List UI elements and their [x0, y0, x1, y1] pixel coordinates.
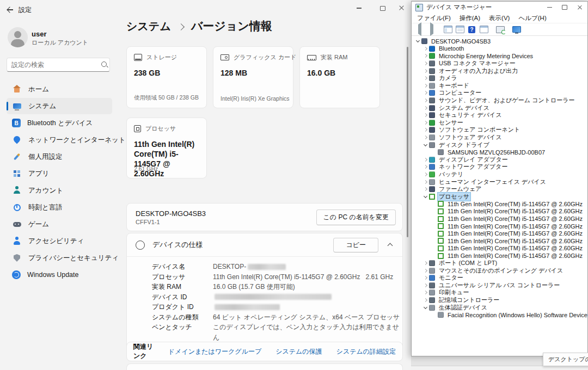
toolbar-button[interactable] — [442, 24, 454, 35]
sidebar-item[interactable]: システム — [7, 98, 112, 114]
tree-item[interactable]: ヒューマン インターフェイス デバイス — [412, 178, 587, 186]
toolbar-button[interactable] — [454, 24, 465, 35]
toolbar-button[interactable] — [494, 24, 506, 35]
menu-item[interactable]: ヘルプ(H) — [514, 14, 550, 22]
toolbar-button[interactable] — [511, 24, 522, 35]
menu-item[interactable]: ファイル(F) — [413, 14, 455, 22]
tree-item[interactable]: カメラ — [412, 75, 587, 82]
back-icon[interactable] — [7, 6, 14, 14]
tree-item[interactable]: Bluetooth — [412, 45, 587, 53]
tree-item[interactable]: ソフトウェア コンポーネント — [412, 126, 587, 134]
tree-item[interactable]: Facial Recognition (Windows Hello) Softw… — [412, 311, 587, 319]
tree-item[interactable]: USB コネクタ マネージャー — [412, 60, 587, 67]
tree-item[interactable]: ポート (COM と LPT) — [412, 260, 587, 267]
tree-item[interactable]: バッテリ — [412, 171, 587, 178]
expander-chevron-icon[interactable] — [422, 82, 429, 89]
tree-item[interactable]: 生体認証デバイス — [412, 304, 587, 311]
sidebar-item[interactable]: Bluetooth とデバイス — [7, 115, 112, 131]
expander-chevron-icon[interactable] — [422, 193, 429, 200]
expander-chevron-icon[interactable] — [422, 104, 429, 111]
related-link[interactable]: システムの保護 — [275, 347, 322, 356]
expander-chevron-icon[interactable] — [422, 275, 429, 281]
expander-chevron-icon[interactable] — [422, 186, 429, 193]
tree-item[interactable]: SAMSUNG MZVLQ256HBJD-00B07 — [412, 149, 587, 156]
tree-item[interactable]: 11th Gen Intel(R) Core(TM) i5-1145G7 @ 2… — [412, 245, 587, 252]
menu-item[interactable]: 表示(V) — [485, 14, 514, 22]
tree-item[interactable]: 11th Gen Intel(R) Core(TM) i5-1145G7 @ 2… — [412, 230, 587, 237]
tree-item[interactable]: 11th Gen Intel(R) Core(TM) i5-1145G7 @ 2… — [412, 252, 587, 260]
tree-item[interactable]: マウスとそのほかのポインティング デバイス — [412, 267, 587, 274]
tree-item[interactable]: 11th Gen Intel(R) Core(TM) i5-1145G7 @ 2… — [412, 208, 587, 215]
tree-item[interactable]: セキュリティ デバイス — [412, 112, 587, 119]
expander-chevron-icon[interactable] — [422, 97, 429, 104]
expander-chevron-icon[interactable] — [422, 53, 429, 59]
tree-item[interactable]: キーボード — [412, 82, 587, 90]
expander-chevron-icon[interactable] — [422, 171, 429, 177]
expander-chevron-icon[interactable] — [431, 252, 438, 259]
tree-item[interactable]: オーディオの入力および出力 — [412, 67, 587, 75]
tree-item[interactable]: システム デバイス — [412, 104, 587, 112]
expander-chevron-icon[interactable] — [422, 60, 429, 67]
sidebar-item[interactable]: 個人用設定 — [7, 149, 112, 165]
settings-search[interactable] — [7, 58, 110, 72]
expander-chevron-icon[interactable] — [431, 312, 438, 318]
maximize-button[interactable] — [377, 3, 389, 13]
sidebar-item[interactable]: プライバシーとセキュリティ — [7, 250, 112, 266]
tree-item[interactable]: プロセッサ — [412, 193, 587, 200]
search-input[interactable] — [7, 61, 100, 69]
tree-item[interactable]: ファームウェア — [412, 186, 587, 193]
expander-chevron-icon[interactable] — [422, 156, 429, 163]
expander-chevron-icon[interactable] — [422, 45, 429, 52]
tree-item[interactable]: ソフトウェア デバイス — [412, 134, 587, 141]
chevron-up-icon[interactable] — [386, 240, 395, 249]
expander-chevron-icon[interactable] — [422, 178, 429, 185]
sidebar-item[interactable]: ネットワークとインターネット — [7, 132, 112, 148]
tree-item[interactable]: ネットワーク アダプター — [412, 163, 587, 171]
expander-chevron-icon[interactable] — [422, 67, 429, 74]
expander-chevron-icon[interactable] — [422, 127, 429, 133]
dm-maximize-button[interactable] — [557, 2, 572, 13]
sidebar-item[interactable]: アクセシビリティ — [7, 233, 112, 249]
close-button[interactable] — [396, 3, 408, 13]
sidebar-item[interactable]: 時刻と言語 — [7, 199, 112, 215]
dm-minimize-button[interactable] — [542, 2, 557, 13]
tree-item[interactable]: DESKTOP-MGO4SB3 — [412, 38, 587, 45]
menu-item[interactable]: 操作(A) — [455, 14, 485, 22]
expander-chevron-icon[interactable] — [431, 223, 438, 230]
tree-item[interactable]: コンピューター — [412, 89, 587, 97]
tree-item[interactable]: 印刷キュー — [412, 289, 587, 297]
expander-chevron-icon[interactable] — [431, 215, 438, 222]
expander-chevron-icon[interactable] — [431, 230, 438, 237]
expander-chevron-icon[interactable] — [422, 164, 429, 170]
tree-item[interactable]: センサー — [412, 119, 587, 127]
search-icon[interactable] — [100, 60, 109, 69]
toolbar-button[interactable] — [478, 24, 489, 35]
tree-item[interactable]: 11th Gen Intel(R) Core(TM) i5-1145G7 @ 2… — [412, 215, 587, 223]
tree-item[interactable]: サウンド、ビデオ、およびゲーム コントローラー — [412, 97, 587, 104]
sidebar-item[interactable]: アカウント — [7, 182, 112, 199]
expander-chevron-icon[interactable] — [422, 267, 429, 274]
expander-chevron-icon[interactable] — [422, 297, 429, 304]
expander-chevron-icon[interactable] — [422, 141, 429, 148]
expander-chevron-icon[interactable] — [422, 134, 429, 141]
expander-chevron-icon[interactable] — [422, 304, 429, 311]
copy-button[interactable]: コピー — [333, 238, 378, 252]
tree-item[interactable]: 11th Gen Intel(R) Core(TM) i5-1145G7 @ 2… — [412, 200, 587, 208]
sidebar-item[interactable]: ホーム — [7, 81, 112, 97]
toolbar-button[interactable] — [466, 24, 477, 35]
expander-chevron-icon[interactable] — [422, 75, 429, 82]
tree-item[interactable]: ディスク ドライブ — [412, 141, 587, 149]
tree-item[interactable]: モニター — [412, 274, 587, 282]
minimize-button[interactable] — [353, 3, 365, 13]
related-link[interactable]: ドメインまたはワークグループ — [168, 347, 261, 356]
breadcrumb-parent[interactable]: システム — [126, 19, 171, 34]
tree-item[interactable]: 11th Gen Intel(R) Core(TM) i5-1145G7 @ 2… — [412, 237, 587, 245]
expander-chevron-icon[interactable] — [431, 201, 438, 207]
tree-item[interactable]: Microchip Energy Metering Devices — [412, 52, 587, 60]
tree-item[interactable]: ユニバーサル シリアル バス コントローラー — [412, 282, 587, 289]
sidebar-item[interactable]: アプリ — [7, 165, 112, 182]
expander-chevron-icon[interactable] — [431, 238, 438, 244]
expander-chevron-icon[interactable] — [422, 90, 429, 96]
sidebar-item[interactable]: ゲーム — [7, 216, 112, 232]
sidebar-item[interactable]: Windows Update — [7, 267, 112, 283]
